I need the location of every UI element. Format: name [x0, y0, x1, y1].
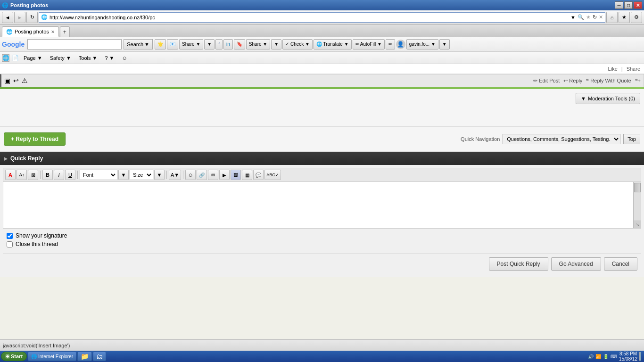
tools-button[interactable]: ⚙: [631, 12, 642, 23]
user-menu[interactable]: gavin.fo... ▼: [406, 39, 438, 49]
help-menu[interactable]: ? ▼: [102, 53, 117, 63]
moderation-tools-label: Moderation Tools (0): [588, 96, 635, 101]
google-search-input[interactable]: [27, 39, 122, 49]
post-quick-reply-button[interactable]: Post Quick Reply: [489, 257, 548, 271]
facebook-btn[interactable]: f: [215, 39, 223, 49]
page-menu[interactable]: Page ▼: [21, 53, 45, 63]
taskbar-icon-3: 🔋: [603, 354, 609, 359]
refresh-button[interactable]: ↻: [26, 12, 38, 23]
insert-table-btn[interactable]: ▦: [242, 170, 252, 180]
toolbar-btn-2[interactable]: 📧: [167, 39, 178, 49]
bold-button[interactable]: B: [42, 170, 53, 180]
smiley-button[interactable]: ☺: [185, 170, 196, 180]
smiley-icon[interactable]: ☺: [119, 53, 130, 63]
close-thread-label[interactable]: Close this thread: [16, 241, 58, 247]
code-btn[interactable]: 💬: [253, 170, 264, 180]
like-link[interactable]: Like: [608, 66, 618, 72]
back-button[interactable]: ◄: [2, 12, 13, 23]
address-input[interactable]: [50, 15, 569, 20]
ie-icon2: 📄: [11, 54, 19, 62]
quick-nav-top-button[interactable]: Top: [623, 134, 640, 144]
address-dropdown[interactable]: ▼: [570, 15, 576, 20]
toolbar-btn-4[interactable]: ▼: [271, 39, 281, 49]
buttons-area: Post Quick Reply Go Advanced Cancel: [3, 253, 641, 274]
size-select[interactable]: Size: [130, 170, 153, 180]
reply-button[interactable]: ↩ Reply: [563, 78, 582, 84]
remove-format-btn[interactable]: ⊠: [28, 170, 38, 180]
favorites-button[interactable]: ★: [619, 12, 630, 23]
title-bar-controls[interactable]: ─ □ ✕: [615, 1, 642, 9]
font-dropdown[interactable]: ▼: [118, 170, 129, 180]
close-thread-row: Close this thread: [7, 241, 637, 247]
address-bar[interactable]: 🌐 ▼ 🔍 ★ ↻ ✕: [39, 12, 605, 23]
search-label: Search: [127, 41, 143, 47]
restore-button[interactable]: □: [624, 1, 633, 9]
options-area: Show your signature Close this thread: [3, 229, 641, 253]
share-link[interactable]: Share: [627, 66, 640, 72]
forward-button[interactable]: ►: [14, 12, 25, 23]
resize-handle[interactable]: ↘: [633, 221, 641, 228]
toolbar-btn-3[interactable]: 🔖: [234, 39, 245, 49]
spell-check-btn[interactable]: ABC✓: [264, 170, 281, 180]
insert-link-btn[interactable]: 🔗: [197, 170, 207, 180]
tab-close-button[interactable]: ✕: [51, 29, 55, 34]
show-signature-label[interactable]: Show your signature: [16, 232, 67, 239]
toolbar-overflow[interactable]: ▼: [439, 39, 450, 49]
font-size-btn[interactable]: A↕: [17, 170, 27, 180]
cancel-button[interactable]: Cancel: [604, 257, 637, 271]
folder-taskbar-button[interactable]: 📁: [77, 352, 92, 361]
post-icon-1[interactable]: ▣: [4, 77, 10, 84]
underline-button[interactable]: U: [65, 170, 75, 180]
refresh-icon[interactable]: ↻: [593, 14, 597, 20]
size-dropdown[interactable]: ▼: [154, 170, 165, 180]
status-text: javascript:void('Insert Image'): [3, 343, 70, 348]
insert-image-button[interactable]: 🖼: [231, 170, 241, 180]
moderation-tools-button[interactable]: ▼ Moderation Tools (0): [576, 93, 640, 104]
reply-with-quote-button[interactable]: ❝ Reply With Quote: [586, 78, 631, 84]
start-button[interactable]: ⊞ Start: [1, 352, 27, 361]
quick-reply-header: ▶ Quick Reply: [0, 152, 644, 165]
font-select[interactable]: Font: [80, 170, 117, 180]
safety-menu[interactable]: Safety ▼: [47, 53, 74, 63]
font-color-btn[interactable]: A: [5, 170, 16, 180]
tools-menu[interactable]: Tools ▼: [76, 53, 100, 63]
share-btn[interactable]: Share ▼: [246, 39, 270, 49]
check-btn[interactable]: ✓ Check ▼: [282, 39, 313, 49]
editor-scrollbar[interactable]: [633, 182, 641, 221]
italic-button[interactable]: I: [54, 170, 64, 180]
tab-posting-photos[interactable]: 🌐 Posting photos ✕: [2, 26, 59, 37]
ie-taskbar-button[interactable]: 🌐 Internet Explorer: [28, 352, 76, 361]
post-icon-2[interactable]: ↩: [13, 77, 19, 84]
tab-new[interactable]: +: [60, 26, 70, 37]
minimize-button[interactable]: ─: [615, 1, 623, 9]
taskbar: ⊞ Start 🌐 Internet Explorer 📁 🗂 🔊 📶 🔋 ⌨ …: [0, 351, 644, 362]
autofill-icon[interactable]: ✏: [386, 39, 395, 49]
toolbar-dropdown[interactable]: ▼: [204, 39, 215, 49]
show-desktop-btn[interactable]: [639, 352, 641, 361]
insert-email-btn[interactable]: ✉: [208, 170, 218, 180]
post-icon-3[interactable]: ⚠: [22, 77, 28, 84]
text-color-btn[interactable]: A▼: [169, 170, 181, 180]
reply-to-thread-button[interactable]: + Reply to Thread: [4, 132, 66, 146]
tab-icon: 🌐: [6, 29, 13, 35]
translate-btn[interactable]: 🌐 Translate ▼: [314, 39, 352, 49]
google-search-button[interactable]: Search ▼: [124, 39, 153, 49]
go-advanced-button[interactable]: Go Advanced: [551, 257, 601, 271]
insert-video-btn[interactable]: ▶: [219, 170, 230, 180]
toolbar-btn-1[interactable]: 🌟: [155, 39, 166, 49]
close-nav-icon[interactable]: ✕: [599, 14, 603, 20]
show-signature-checkbox[interactable]: [7, 233, 13, 239]
quick-nav-select[interactable]: Questions, Comments, Suggestions, Testin…: [503, 134, 620, 144]
autofill-btn[interactable]: ✏ AutoFill ▼: [353, 39, 385, 49]
quote-icon: ❝: [586, 78, 589, 84]
search-dropdown-icon: ▼: [144, 41, 149, 47]
close-button[interactable]: ✕: [634, 1, 642, 9]
home-button[interactable]: ⌂: [606, 12, 618, 23]
editor-textarea[interactable]: [3, 182, 641, 220]
close-thread-checkbox[interactable]: [7, 241, 13, 247]
app-taskbar-button[interactable]: 🗂: [93, 352, 106, 361]
multiquote-button[interactable]: ❝+: [635, 78, 641, 84]
share-button[interactable]: Share ▼: [179, 39, 203, 49]
edit-post-button[interactable]: ✏ Edit Post: [533, 78, 560, 84]
linkedin-btn[interactable]: in: [223, 39, 233, 49]
